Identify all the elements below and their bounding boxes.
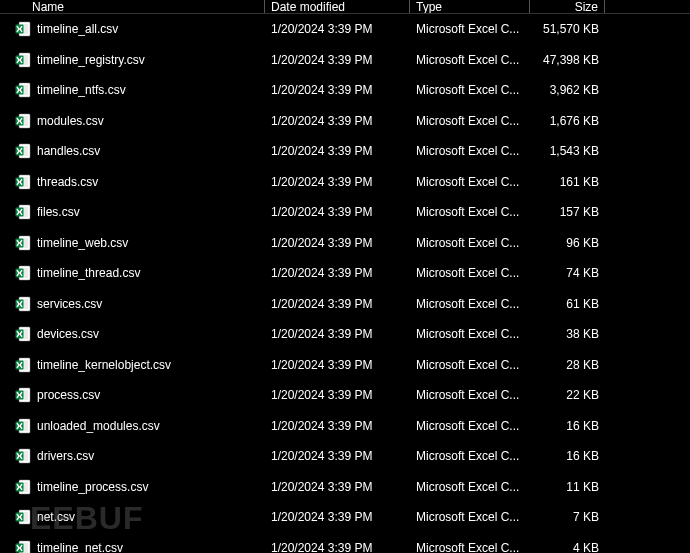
file-type-cell: Microsoft Excel C... xyxy=(410,83,530,97)
excel-file-icon xyxy=(15,540,31,553)
file-date-cell: 1/20/2024 3:39 PM xyxy=(265,480,410,494)
file-name-text: timeline_kernelobject.csv xyxy=(37,358,171,372)
file-type-cell: Microsoft Excel C... xyxy=(410,266,530,280)
file-name-cell: timeline_process.csv xyxy=(0,479,265,495)
file-date-cell: 1/20/2024 3:39 PM xyxy=(265,205,410,219)
excel-file-icon xyxy=(15,204,31,220)
file-row[interactable]: devices.csv1/20/2024 3:39 PMMicrosoft Ex… xyxy=(0,319,690,350)
column-header-row: Name Date modified Type Size xyxy=(0,0,690,14)
file-date-cell: 1/20/2024 3:39 PM xyxy=(265,236,410,250)
file-type-cell: Microsoft Excel C... xyxy=(410,53,530,67)
file-name-cell: timeline_ntfs.csv xyxy=(0,82,265,98)
file-type-cell: Microsoft Excel C... xyxy=(410,541,530,553)
file-name-text: process.csv xyxy=(37,388,100,402)
file-name-text: timeline_net.csv xyxy=(37,541,123,553)
file-date-cell: 1/20/2024 3:39 PM xyxy=(265,510,410,524)
file-date-cell: 1/20/2024 3:39 PM xyxy=(265,419,410,433)
file-name-cell: timeline_thread.csv xyxy=(0,265,265,281)
file-name-cell: modules.csv xyxy=(0,113,265,129)
file-name-text: files.csv xyxy=(37,205,80,219)
file-name-cell: timeline_web.csv xyxy=(0,235,265,251)
excel-file-icon xyxy=(15,509,31,525)
file-name-cell: timeline_net.csv xyxy=(0,540,265,553)
file-size-cell: 28 KB xyxy=(530,358,605,372)
file-row[interactable]: services.csv1/20/2024 3:39 PMMicrosoft E… xyxy=(0,289,690,320)
file-type-cell: Microsoft Excel C... xyxy=(410,144,530,158)
file-name-cell: timeline_all.csv xyxy=(0,21,265,37)
file-size-cell: 61 KB xyxy=(530,297,605,311)
excel-file-icon xyxy=(15,357,31,373)
file-size-cell: 96 KB xyxy=(530,236,605,250)
file-name-text: threads.csv xyxy=(37,175,98,189)
column-header-name[interactable]: Name xyxy=(0,0,265,13)
file-row[interactable]: handles.csv1/20/2024 3:39 PMMicrosoft Ex… xyxy=(0,136,690,167)
excel-file-icon xyxy=(15,479,31,495)
column-header-date[interactable]: Date modified xyxy=(265,0,410,13)
file-row[interactable]: threads.csv1/20/2024 3:39 PMMicrosoft Ex… xyxy=(0,167,690,198)
file-date-cell: 1/20/2024 3:39 PM xyxy=(265,53,410,67)
file-size-cell: 157 KB xyxy=(530,205,605,219)
file-row[interactable]: timeline_thread.csv1/20/2024 3:39 PMMicr… xyxy=(0,258,690,289)
excel-file-icon xyxy=(15,418,31,434)
file-row[interactable]: files.csv1/20/2024 3:39 PMMicrosoft Exce… xyxy=(0,197,690,228)
file-row[interactable]: timeline_net.csv1/20/2024 3:39 PMMicroso… xyxy=(0,533,690,554)
file-row[interactable]: modules.csv1/20/2024 3:39 PMMicrosoft Ex… xyxy=(0,106,690,137)
file-size-cell: 1,676 KB xyxy=(530,114,605,128)
file-name-text: net.csv xyxy=(37,510,75,524)
excel-file-icon xyxy=(15,143,31,159)
file-type-cell: Microsoft Excel C... xyxy=(410,388,530,402)
excel-file-icon xyxy=(15,21,31,37)
file-size-cell: 161 KB xyxy=(530,175,605,189)
file-name-text: services.csv xyxy=(37,297,102,311)
column-header-type[interactable]: Type xyxy=(410,0,530,13)
file-size-cell: 74 KB xyxy=(530,266,605,280)
file-type-cell: Microsoft Excel C... xyxy=(410,297,530,311)
file-row[interactable]: process.csv1/20/2024 3:39 PMMicrosoft Ex… xyxy=(0,380,690,411)
file-date-cell: 1/20/2024 3:39 PM xyxy=(265,144,410,158)
file-type-cell: Microsoft Excel C... xyxy=(410,419,530,433)
file-name-cell: process.csv xyxy=(0,387,265,403)
file-date-cell: 1/20/2024 3:39 PM xyxy=(265,541,410,553)
file-row[interactable]: timeline_kernelobject.csv1/20/2024 3:39 … xyxy=(0,350,690,381)
file-size-cell: 11 KB xyxy=(530,480,605,494)
file-type-cell: Microsoft Excel C... xyxy=(410,205,530,219)
file-date-cell: 1/20/2024 3:39 PM xyxy=(265,83,410,97)
column-header-size[interactable]: Size xyxy=(530,0,605,13)
file-row[interactable]: timeline_ntfs.csv1/20/2024 3:39 PMMicros… xyxy=(0,75,690,106)
excel-file-icon xyxy=(15,174,31,190)
excel-file-icon xyxy=(15,235,31,251)
file-type-cell: Microsoft Excel C... xyxy=(410,22,530,36)
file-size-cell: 1,543 KB xyxy=(530,144,605,158)
file-size-cell: 7 KB xyxy=(530,510,605,524)
excel-file-icon xyxy=(15,113,31,129)
file-row[interactable]: unloaded_modules.csv1/20/2024 3:39 PMMic… xyxy=(0,411,690,442)
file-name-text: modules.csv xyxy=(37,114,104,128)
file-type-cell: Microsoft Excel C... xyxy=(410,175,530,189)
file-name-text: handles.csv xyxy=(37,144,100,158)
file-name-text: timeline_web.csv xyxy=(37,236,128,250)
file-name-text: unloaded_modules.csv xyxy=(37,419,160,433)
file-date-cell: 1/20/2024 3:39 PM xyxy=(265,327,410,341)
file-row[interactable]: drivers.csv1/20/2024 3:39 PMMicrosoft Ex… xyxy=(0,441,690,472)
file-row[interactable]: timeline_all.csv1/20/2024 3:39 PMMicroso… xyxy=(0,14,690,45)
file-row[interactable]: timeline_web.csv1/20/2024 3:39 PMMicroso… xyxy=(0,228,690,259)
file-name-cell: timeline_kernelobject.csv xyxy=(0,357,265,373)
excel-file-icon xyxy=(15,448,31,464)
file-date-cell: 1/20/2024 3:39 PM xyxy=(265,297,410,311)
file-name-cell: threads.csv xyxy=(0,174,265,190)
file-name-text: timeline_all.csv xyxy=(37,22,118,36)
file-row[interactable]: timeline_process.csv1/20/2024 3:39 PMMic… xyxy=(0,472,690,503)
file-size-cell: 38 KB xyxy=(530,327,605,341)
file-name-text: drivers.csv xyxy=(37,449,94,463)
file-date-cell: 1/20/2024 3:39 PM xyxy=(265,175,410,189)
file-date-cell: 1/20/2024 3:39 PM xyxy=(265,266,410,280)
file-date-cell: 1/20/2024 3:39 PM xyxy=(265,22,410,36)
file-name-cell: timeline_registry.csv xyxy=(0,52,265,68)
file-date-cell: 1/20/2024 3:39 PM xyxy=(265,449,410,463)
file-size-cell: 4 KB xyxy=(530,541,605,553)
file-row[interactable]: timeline_registry.csv1/20/2024 3:39 PMMi… xyxy=(0,45,690,76)
file-name-text: timeline_thread.csv xyxy=(37,266,140,280)
file-type-cell: Microsoft Excel C... xyxy=(410,327,530,341)
file-date-cell: 1/20/2024 3:39 PM xyxy=(265,358,410,372)
file-row[interactable]: net.csv1/20/2024 3:39 PMMicrosoft Excel … xyxy=(0,502,690,533)
